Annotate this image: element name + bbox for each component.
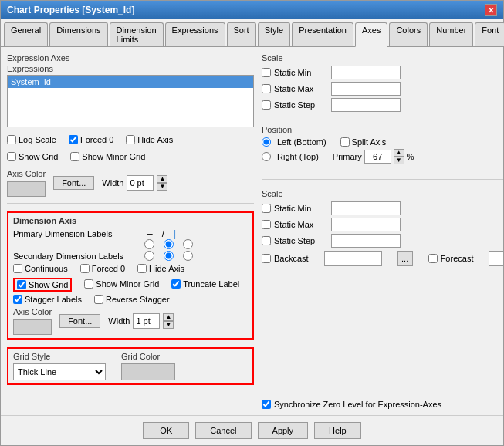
expression-axes-group: Expression Axes Expressions System_Id xyxy=(7,53,254,127)
expr-primary-down[interactable]: ▼ xyxy=(394,157,404,164)
help-button[interactable]: Help xyxy=(314,422,361,439)
ok-button[interactable]: OK xyxy=(143,422,189,439)
secondary-dim-radio-dash[interactable] xyxy=(144,251,154,261)
dim-width-group: Width ▲ ▼ xyxy=(108,313,174,329)
tab-sort[interactable]: Sort xyxy=(227,22,256,46)
backcast-checkbox[interactable] xyxy=(262,254,271,263)
hide-axis-input[interactable] xyxy=(126,135,135,144)
primary-dim-radio-slash[interactable] xyxy=(164,239,174,249)
forecast-checkbox[interactable] xyxy=(428,254,438,263)
expr-width-input[interactable]: 0 pt xyxy=(127,175,154,191)
expr-font-button[interactable]: Font... xyxy=(53,176,94,190)
dim-truncate-checkbox[interactable]: Truncate Label xyxy=(171,279,239,289)
dim-width-up[interactable]: ▲ xyxy=(163,313,174,321)
backcast-ellipsis[interactable]: ... xyxy=(397,251,413,266)
dim-truncate-input[interactable] xyxy=(171,279,181,289)
cancel-button[interactable]: Cancel xyxy=(195,422,251,439)
secondary-dim-radios xyxy=(144,251,193,261)
expr-static-max-checkbox[interactable] xyxy=(262,84,271,93)
expr-static-step-checkbox[interactable] xyxy=(262,100,271,110)
grid-style-select[interactable]: Thick Line Thin Line Dashed Dotted xyxy=(13,363,106,380)
backcast-label: Backcast xyxy=(274,254,309,263)
dim-hide-axis-input[interactable] xyxy=(137,264,147,273)
close-button[interactable]: ✕ xyxy=(485,4,497,16)
expr-left-bottom-radio[interactable] xyxy=(262,137,271,147)
dim-static-step-input[interactable] xyxy=(331,234,401,248)
left-panel: Expression Axes Expressions System_Id Lo… xyxy=(7,53,254,409)
dim-show-minor-grid-input[interactable] xyxy=(84,279,93,289)
dim-show-minor-grid-checkbox[interactable]: Show Minor Grid xyxy=(84,279,159,289)
apply-button[interactable]: Apply xyxy=(258,422,309,439)
dim-static-step-checkbox[interactable] xyxy=(262,236,271,245)
show-minor-grid-expr-input[interactable] xyxy=(70,152,79,161)
bottom-bar: OK Cancel Apply Help xyxy=(1,415,503,445)
tab-style[interactable]: Style xyxy=(258,22,290,46)
stagger-labels-label: Stagger Labels xyxy=(25,295,82,304)
continuous-input[interactable] xyxy=(13,264,22,273)
dim-hide-axis-checkbox[interactable]: Hide Axis xyxy=(137,264,184,273)
show-grid-expr-checkbox[interactable]: Show Grid xyxy=(7,152,58,161)
expr-width-down[interactable]: ▼ xyxy=(157,183,167,191)
tab-general[interactable]: General xyxy=(4,22,48,46)
expr-static-min-checkbox[interactable] xyxy=(262,68,271,77)
secondary-dim-radio-pipe[interactable] xyxy=(183,251,193,261)
dim-static-max-input[interactable] xyxy=(331,218,401,231)
dim-width-label: Width xyxy=(108,316,130,326)
primary-dim-radio-dash[interactable] xyxy=(144,239,154,249)
expr-split-axis-checkbox[interactable] xyxy=(340,137,350,147)
reverse-stagger-label: Reverse Stagger xyxy=(106,295,170,304)
continuous-checkbox[interactable]: Continuous xyxy=(13,264,68,273)
backcast-input[interactable] xyxy=(324,251,382,266)
hide-axis-checkbox[interactable]: Hide Axis xyxy=(126,135,173,144)
reverse-stagger-checkbox[interactable]: Reverse Stagger xyxy=(94,295,170,304)
expr-static-step-input[interactable] xyxy=(331,98,401,112)
divider1 xyxy=(7,203,254,204)
secondary-dim-radio-slash[interactable] xyxy=(164,251,174,261)
tab-number[interactable]: Number xyxy=(429,22,473,46)
expr-static-min-input[interactable] xyxy=(331,66,401,79)
tab-expressions[interactable]: Expressions xyxy=(165,22,225,46)
tab-colors[interactable]: Colors xyxy=(389,22,428,46)
stagger-labels-checkbox[interactable]: Stagger Labels xyxy=(13,295,82,304)
dim-width-down[interactable]: ▼ xyxy=(163,321,174,329)
hide-axis-label: Hide Axis xyxy=(137,135,173,144)
expr-static-max-input[interactable] xyxy=(331,82,401,96)
expr-primary-input[interactable] xyxy=(364,150,391,164)
expr-width-up[interactable]: ▲ xyxy=(157,175,167,183)
dim-show-grid-checkbox[interactable]: Show Grid xyxy=(17,280,68,289)
show-grid-expr-input[interactable] xyxy=(7,152,16,161)
reverse-stagger-input[interactable] xyxy=(94,295,103,304)
show-minor-grid-expr-checkbox[interactable]: Show Minor Grid xyxy=(70,152,145,161)
primary-dim-radio-pipe[interactable] xyxy=(183,239,193,249)
dim-width-input[interactable] xyxy=(133,313,160,329)
grid-color-button[interactable] xyxy=(121,363,175,380)
forced-0-checkbox[interactable]: Forced 0 xyxy=(69,135,113,144)
dim-show-grid-input[interactable] xyxy=(17,280,26,289)
expr-right-top-radio[interactable] xyxy=(262,152,271,161)
tabs-bar: General Dimensions Dimension Limits Expr… xyxy=(1,19,503,47)
expr-primary-up[interactable]: ▲ xyxy=(394,149,404,157)
tab-axes[interactable]: Axes xyxy=(355,22,387,47)
dim-forced-0-input[interactable] xyxy=(80,264,90,273)
main-window: Chart Properties [System_Id] ✕ General D… xyxy=(0,0,504,446)
tab-dimension-limits[interactable]: Dimension Limits xyxy=(110,22,164,46)
expr-axis-color-button[interactable] xyxy=(7,181,46,197)
expressions-listbox[interactable]: System_Id xyxy=(7,75,254,127)
tab-presentation[interactable]: Presentation xyxy=(292,22,353,46)
dim-static-max-checkbox[interactable] xyxy=(262,220,271,229)
tab-dimensions[interactable]: Dimensions xyxy=(49,22,107,46)
dim-font-button[interactable]: Font... xyxy=(59,314,100,328)
forecast-input[interactable] xyxy=(489,251,503,266)
dim-static-min-input[interactable] xyxy=(331,201,401,215)
dim-static-min-checkbox[interactable] xyxy=(262,204,271,213)
stagger-labels-input[interactable] xyxy=(13,295,22,304)
expr-percent-label: % xyxy=(407,152,414,161)
expression-item[interactable]: System_Id xyxy=(8,76,253,88)
log-scale-checkbox[interactable]: Log Scale xyxy=(7,135,56,144)
forced-0-input[interactable] xyxy=(69,135,78,144)
dim-forced-0-checkbox[interactable]: Forced 0 xyxy=(80,264,125,273)
tab-font[interactable]: Font xyxy=(475,22,504,46)
log-scale-input[interactable] xyxy=(7,135,16,144)
dim-axis-color-button[interactable] xyxy=(13,319,52,335)
sync-checkbox[interactable] xyxy=(262,400,271,409)
